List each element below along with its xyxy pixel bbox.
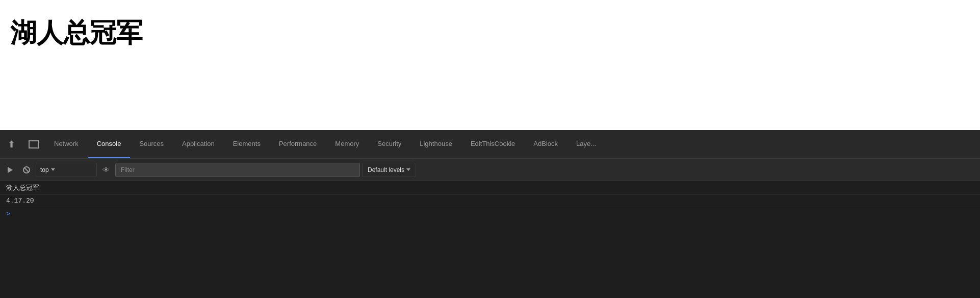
inspect-element-button[interactable]: ⬆ bbox=[0, 130, 22, 158]
tab-console[interactable]: Console bbox=[88, 130, 131, 158]
run-button[interactable] bbox=[3, 163, 17, 177]
tab-editthiscookie[interactable]: EditThisCookie bbox=[461, 130, 524, 158]
tab-layers[interactable]: Laye... bbox=[567, 130, 605, 158]
console-prompt[interactable]: > bbox=[0, 207, 980, 221]
tab-security[interactable]: Security bbox=[368, 130, 410, 158]
filter-input[interactable] bbox=[115, 163, 360, 177]
tab-sources[interactable]: Sources bbox=[130, 130, 173, 158]
tab-bar: ⬆ Network Console Sources Application El… bbox=[0, 130, 980, 159]
page-heading: 湖人总冠军 bbox=[10, 15, 143, 51]
chevron-down-icon bbox=[406, 168, 410, 171]
console-output: 湖人总冠军 4.17.20 > bbox=[0, 181, 980, 298]
chevron-down-icon bbox=[51, 168, 55, 171]
context-selector[interactable]: top bbox=[36, 163, 97, 177]
log-levels-button[interactable]: Default levels bbox=[362, 163, 416, 177]
tab-adblock[interactable]: AdBlock bbox=[524, 130, 567, 158]
tab-lighthouse[interactable]: Lighthouse bbox=[410, 130, 461, 158]
play-icon bbox=[8, 167, 13, 173]
device-icon bbox=[29, 140, 39, 148]
console-line-1: 湖人总冠军 bbox=[0, 181, 980, 195]
tab-elements[interactable]: Elements bbox=[224, 130, 270, 158]
console-line-2: 4.17.20 bbox=[0, 195, 980, 207]
tab-performance[interactable]: Performance bbox=[270, 130, 326, 158]
tab-network[interactable]: Network bbox=[45, 130, 88, 158]
device-toolbar-button[interactable] bbox=[22, 130, 45, 158]
console-toolbar: top 👁 Default levels bbox=[0, 159, 980, 181]
cursor-icon: ⬆ bbox=[8, 139, 15, 150]
tab-memory[interactable]: Memory bbox=[326, 130, 368, 158]
clear-console-button[interactable] bbox=[19, 163, 34, 177]
page-content: 湖人总冠军 bbox=[0, 0, 980, 130]
tab-application[interactable]: Application bbox=[173, 130, 224, 158]
devtools-panel: ⬆ Network Console Sources Application El… bbox=[0, 130, 980, 298]
block-icon bbox=[23, 166, 30, 173]
eye-icon: 👁 bbox=[102, 166, 110, 174]
live-expression-button[interactable]: 👁 bbox=[99, 163, 113, 177]
